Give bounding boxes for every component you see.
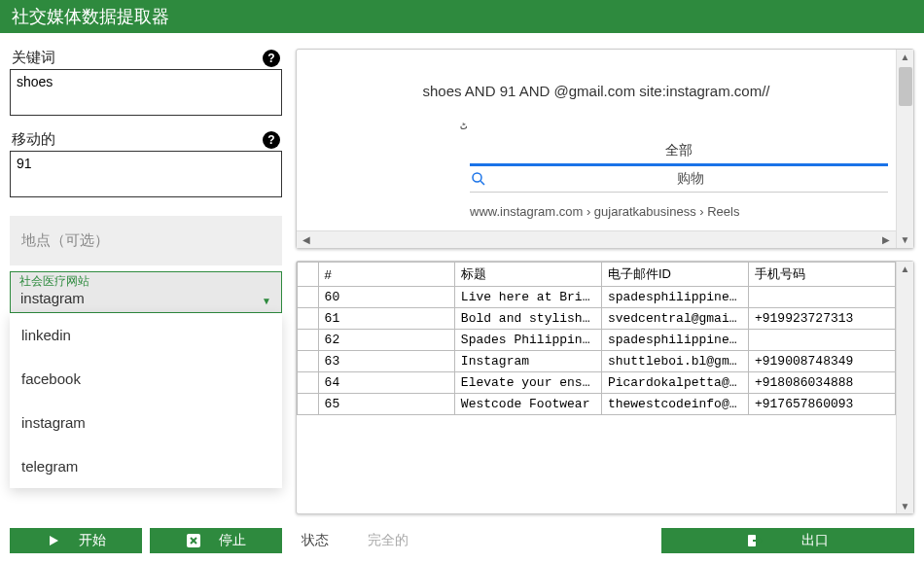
svg-line-5 [480,181,484,185]
table-cell-blank [298,308,319,330]
title-bar: 社交媒体数据提取器 [0,0,924,33]
location-label: 地点（可选） [21,231,109,248]
dropdown-selected-value: instagram [20,290,85,306]
search-tab-all[interactable]: 全部 [470,138,888,166]
preview-vertical-scrollbar[interactable]: ▲ ▼ [896,50,913,248]
table-row[interactable]: 63Instagramshuttleboi.bl@gmai...+9190087… [298,351,896,372]
table-cell-phone [748,330,895,351]
table-header-email[interactable]: 电子邮件ID [601,263,748,287]
dropdown-floating-label: 社会医疗网站 [19,273,89,290]
keyword-field-group: 关键词 ? [10,49,282,119]
export-icon [747,533,763,548]
scroll-down-icon[interactable]: ▼ [901,232,910,248]
results-table: # 标题 电子邮件ID 手机号码 60Live here at Bridg...… [297,262,896,415]
chevron-down-icon: ▼ [262,296,271,306]
table-row[interactable]: 65Westcode Footwearthewestcodeinfo@gm...… [298,394,896,415]
table-cell-phone: +918086034888 [748,372,895,394]
scroll-down-icon[interactable]: ▼ [901,501,910,511]
table-cell-blank [298,330,319,351]
table-cell-title: Bold and stylish, ... [454,308,601,330]
table-cell-phone [748,287,895,308]
table-cell-email: svedcentral@gmail.com [601,308,748,330]
table-header-phone[interactable]: 手机号码 [748,263,895,287]
table-cell-blank [298,351,319,372]
help-icon[interactable]: ? [263,50,280,67]
location-section[interactable]: 地点（可选） [10,216,282,265]
table-cell-email: shuttleboi.bl@gmai... [601,351,748,372]
preview-glyph: ٹ [304,119,888,132]
table-cell-blank [298,372,319,394]
mobile-input[interactable] [10,151,282,197]
scroll-right-icon[interactable]: ▶ [882,234,890,245]
table-header-title[interactable]: 标题 [454,263,601,287]
preview-horizontal-scrollbar[interactable]: ◀ ▶ [297,230,896,248]
social-site-dropdown[interactable]: 社会医疗网站 instagram ▼ linkedinfacebookinsta… [10,271,282,488]
scroll-up-icon[interactable]: ▲ [901,264,910,274]
start-button[interactable]: 开始 [10,528,142,553]
scrollbar-thumb[interactable] [899,67,912,106]
search-query-text: shoes AND 91 AND @gmail.com site:instagr… [304,83,888,99]
start-button-label: 开始 [79,532,106,549]
app-title: 社交媒体数据提取器 [12,7,169,26]
stop-button-label: 停止 [219,532,246,549]
table-cell-num: 63 [318,351,454,372]
table-cell-email: thewestcodeinfo@gm... [601,394,748,415]
svg-marker-0 [50,536,58,545]
table-header-row: # 标题 电子邮件ID 手机号码 [298,263,896,287]
stop-button[interactable]: 停止 [150,528,282,553]
search-icon [470,170,493,188]
result-url-breadcrumb[interactable]: www.instagram.com › gujaratkabusiness › … [304,204,888,219]
table-cell-num: 62 [318,330,454,351]
svg-point-4 [473,173,481,182]
table-vertical-scrollbar[interactable]: ▲ ▼ [896,262,913,513]
footer-row: 状态 完全的 出口 [302,528,914,553]
table-cell-title: Westcode Footwear [454,394,601,415]
table-row[interactable]: 62Spades Philippinesspadesphilippines@..… [298,330,896,351]
results-table-panel: # 标题 电子邮件ID 手机号码 60Live here at Bridg...… [296,261,914,514]
table-cell-phone: +919923727313 [748,308,895,330]
help-icon[interactable]: ? [263,131,280,149]
table-cell-email: spadesphilippines@... [601,287,748,308]
table-row[interactable]: 64Elevate your ensem...Picardokalpetta@g… [298,372,896,394]
table-cell-title: Spades Philippines [454,330,601,351]
table-cell-num: 61 [318,308,454,330]
table-header-num[interactable]: # [318,263,454,287]
table-cell-phone: +919008748349 [748,351,895,372]
search-tab-shopping[interactable]: 购物 [493,170,888,188]
dropdown-item-linkedin[interactable]: linkedin [10,313,282,357]
play-icon [46,535,61,546]
export-button[interactable]: 出口 [661,528,914,553]
right-panel: shoes AND 91 AND @gmail.com site:instagr… [296,49,914,553]
table-cell-title: Elevate your ensem... [454,372,601,394]
table-cell-phone: +917657860093 [748,394,895,415]
preview-panel: shoes AND 91 AND @gmail.com site:instagr… [296,49,914,249]
export-button-label: 出口 [801,532,829,549]
scroll-up-icon[interactable]: ▲ [901,50,910,65]
dropdown-item-facebook[interactable]: facebook [10,357,282,401]
table-cell-num: 60 [318,287,454,308]
close-icon [186,534,201,547]
dropdown-item-telegram[interactable]: telegram [10,444,282,488]
table-cell-num: 65 [318,394,454,415]
table-cell-num: 64 [318,372,454,394]
mobile-field-group: 移动的 ? [10,130,282,200]
keyword-label: 关键词 [12,49,55,67]
table-cell-email: spadesphilippines@... [601,330,748,351]
mobile-label: 移动的 [12,130,55,149]
table-cell-title: Instagram [454,351,601,372]
dropdown-item-instagram[interactable]: instagram [10,401,282,444]
left-panel: 关键词 ? 移动的 ? 地点（可选） 社会医疗网站 instagram ▼ li… [10,49,282,553]
table-row[interactable]: 61Bold and stylish, ...svedcentral@gmail… [298,308,896,330]
dropdown-list: linkedinfacebookinstagramtelegram [10,313,282,488]
scroll-left-icon[interactable]: ◀ [302,234,310,245]
keyword-input[interactable] [10,69,282,116]
status-value: 完全的 [368,532,409,549]
status-label: 状态 [302,532,329,549]
table-header-blank [298,263,319,287]
table-cell-title: Live here at Bridg... [454,287,601,308]
table-row[interactable]: 60Live here at Bridg...spadesphilippines… [298,287,896,308]
table-cell-email: Picardokalpetta@gm... [601,372,748,394]
table-cell-blank [298,394,319,415]
table-cell-blank [298,287,319,308]
